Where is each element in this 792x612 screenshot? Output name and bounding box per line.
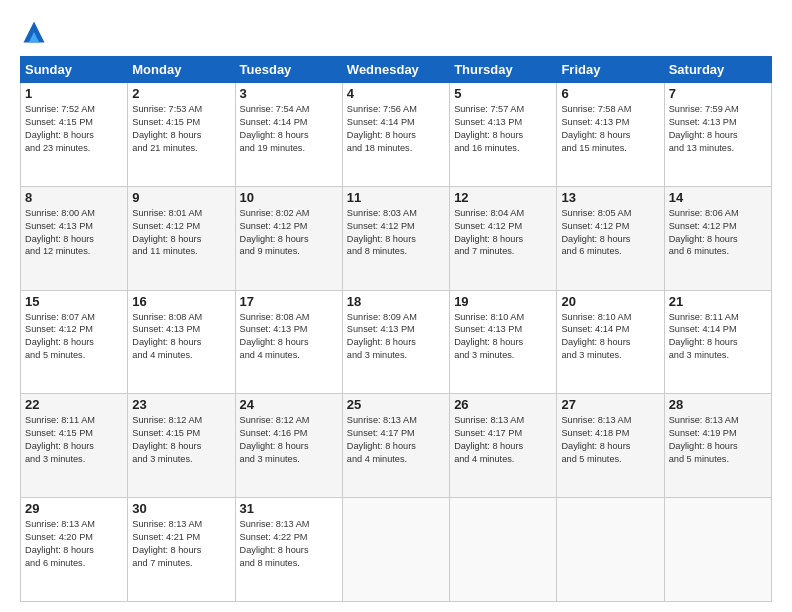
cell-info: Sunrise: 8:08 AMSunset: 4:13 PMDaylight:… — [132, 311, 230, 363]
header-row: SundayMondayTuesdayWednesdayThursdayFrid… — [21, 57, 772, 83]
day-number: 15 — [25, 294, 123, 309]
day-number: 10 — [240, 190, 338, 205]
calendar-cell: 18Sunrise: 8:09 AMSunset: 4:13 PMDayligh… — [342, 290, 449, 394]
calendar-cell: 30Sunrise: 8:13 AMSunset: 4:21 PMDayligh… — [128, 498, 235, 602]
cell-info: Sunrise: 8:13 AMSunset: 4:17 PMDaylight:… — [347, 414, 445, 466]
cell-info: Sunrise: 7:59 AMSunset: 4:13 PMDaylight:… — [669, 103, 767, 155]
cell-info: Sunrise: 8:02 AMSunset: 4:12 PMDaylight:… — [240, 207, 338, 259]
day-number: 12 — [454, 190, 552, 205]
calendar-cell: 16Sunrise: 8:08 AMSunset: 4:13 PMDayligh… — [128, 290, 235, 394]
week-row-1: 1Sunrise: 7:52 AMSunset: 4:15 PMDaylight… — [21, 83, 772, 187]
calendar-cell: 27Sunrise: 8:13 AMSunset: 4:18 PMDayligh… — [557, 394, 664, 498]
cell-info: Sunrise: 8:00 AMSunset: 4:13 PMDaylight:… — [25, 207, 123, 259]
col-header-monday: Monday — [128, 57, 235, 83]
calendar-cell: 22Sunrise: 8:11 AMSunset: 4:15 PMDayligh… — [21, 394, 128, 498]
cell-info: Sunrise: 8:13 AMSunset: 4:17 PMDaylight:… — [454, 414, 552, 466]
cell-info: Sunrise: 8:10 AMSunset: 4:14 PMDaylight:… — [561, 311, 659, 363]
calendar-cell: 25Sunrise: 8:13 AMSunset: 4:17 PMDayligh… — [342, 394, 449, 498]
day-number: 17 — [240, 294, 338, 309]
cell-info: Sunrise: 8:12 AMSunset: 4:15 PMDaylight:… — [132, 414, 230, 466]
day-number: 16 — [132, 294, 230, 309]
calendar-cell: 28Sunrise: 8:13 AMSunset: 4:19 PMDayligh… — [664, 394, 771, 498]
col-header-friday: Friday — [557, 57, 664, 83]
cell-info: Sunrise: 8:11 AMSunset: 4:15 PMDaylight:… — [25, 414, 123, 466]
calendar-cell: 1Sunrise: 7:52 AMSunset: 4:15 PMDaylight… — [21, 83, 128, 187]
cell-info: Sunrise: 8:09 AMSunset: 4:13 PMDaylight:… — [347, 311, 445, 363]
cell-info: Sunrise: 7:57 AMSunset: 4:13 PMDaylight:… — [454, 103, 552, 155]
page: SundayMondayTuesdayWednesdayThursdayFrid… — [0, 0, 792, 612]
calendar-cell — [342, 498, 449, 602]
calendar-cell: 26Sunrise: 8:13 AMSunset: 4:17 PMDayligh… — [450, 394, 557, 498]
cell-info: Sunrise: 8:08 AMSunset: 4:13 PMDaylight:… — [240, 311, 338, 363]
cell-info: Sunrise: 8:03 AMSunset: 4:12 PMDaylight:… — [347, 207, 445, 259]
calendar-cell: 2Sunrise: 7:53 AMSunset: 4:15 PMDaylight… — [128, 83, 235, 187]
day-number: 20 — [561, 294, 659, 309]
day-number: 19 — [454, 294, 552, 309]
calendar-cell: 17Sunrise: 8:08 AMSunset: 4:13 PMDayligh… — [235, 290, 342, 394]
day-number: 7 — [669, 86, 767, 101]
header — [20, 18, 772, 46]
cell-info: Sunrise: 8:06 AMSunset: 4:12 PMDaylight:… — [669, 207, 767, 259]
calendar-body: 1Sunrise: 7:52 AMSunset: 4:15 PMDaylight… — [21, 83, 772, 602]
day-number: 31 — [240, 501, 338, 516]
cell-info: Sunrise: 8:05 AMSunset: 4:12 PMDaylight:… — [561, 207, 659, 259]
calendar-cell: 4Sunrise: 7:56 AMSunset: 4:14 PMDaylight… — [342, 83, 449, 187]
day-number: 28 — [669, 397, 767, 412]
day-number: 22 — [25, 397, 123, 412]
week-row-2: 8Sunrise: 8:00 AMSunset: 4:13 PMDaylight… — [21, 186, 772, 290]
calendar-cell: 29Sunrise: 8:13 AMSunset: 4:20 PMDayligh… — [21, 498, 128, 602]
day-number: 21 — [669, 294, 767, 309]
calendar-cell: 19Sunrise: 8:10 AMSunset: 4:13 PMDayligh… — [450, 290, 557, 394]
calendar-cell — [557, 498, 664, 602]
calendar-cell — [664, 498, 771, 602]
calendar-cell: 24Sunrise: 8:12 AMSunset: 4:16 PMDayligh… — [235, 394, 342, 498]
cell-info: Sunrise: 8:01 AMSunset: 4:12 PMDaylight:… — [132, 207, 230, 259]
day-number: 9 — [132, 190, 230, 205]
col-header-sunday: Sunday — [21, 57, 128, 83]
cell-info: Sunrise: 8:04 AMSunset: 4:12 PMDaylight:… — [454, 207, 552, 259]
day-number: 6 — [561, 86, 659, 101]
calendar-cell: 21Sunrise: 8:11 AMSunset: 4:14 PMDayligh… — [664, 290, 771, 394]
calendar-cell: 15Sunrise: 8:07 AMSunset: 4:12 PMDayligh… — [21, 290, 128, 394]
day-number: 13 — [561, 190, 659, 205]
week-row-5: 29Sunrise: 8:13 AMSunset: 4:20 PMDayligh… — [21, 498, 772, 602]
day-number: 23 — [132, 397, 230, 412]
cell-info: Sunrise: 7:58 AMSunset: 4:13 PMDaylight:… — [561, 103, 659, 155]
calendar-cell: 6Sunrise: 7:58 AMSunset: 4:13 PMDaylight… — [557, 83, 664, 187]
calendar-header: SundayMondayTuesdayWednesdayThursdayFrid… — [21, 57, 772, 83]
calendar-cell: 23Sunrise: 8:12 AMSunset: 4:15 PMDayligh… — [128, 394, 235, 498]
day-number: 27 — [561, 397, 659, 412]
calendar-cell: 12Sunrise: 8:04 AMSunset: 4:12 PMDayligh… — [450, 186, 557, 290]
calendar-cell: 13Sunrise: 8:05 AMSunset: 4:12 PMDayligh… — [557, 186, 664, 290]
cell-info: Sunrise: 8:13 AMSunset: 4:20 PMDaylight:… — [25, 518, 123, 570]
day-number: 29 — [25, 501, 123, 516]
logo — [20, 18, 52, 46]
day-number: 14 — [669, 190, 767, 205]
logo-icon — [20, 18, 48, 46]
calendar-cell: 5Sunrise: 7:57 AMSunset: 4:13 PMDaylight… — [450, 83, 557, 187]
day-number: 18 — [347, 294, 445, 309]
day-number: 2 — [132, 86, 230, 101]
cell-info: Sunrise: 8:13 AMSunset: 4:22 PMDaylight:… — [240, 518, 338, 570]
col-header-tuesday: Tuesday — [235, 57, 342, 83]
day-number: 4 — [347, 86, 445, 101]
day-number: 24 — [240, 397, 338, 412]
cell-info: Sunrise: 8:13 AMSunset: 4:21 PMDaylight:… — [132, 518, 230, 570]
cell-info: Sunrise: 8:11 AMSunset: 4:14 PMDaylight:… — [669, 311, 767, 363]
calendar-cell: 7Sunrise: 7:59 AMSunset: 4:13 PMDaylight… — [664, 83, 771, 187]
cell-info: Sunrise: 7:54 AMSunset: 4:14 PMDaylight:… — [240, 103, 338, 155]
day-number: 30 — [132, 501, 230, 516]
calendar-cell: 31Sunrise: 8:13 AMSunset: 4:22 PMDayligh… — [235, 498, 342, 602]
day-number: 11 — [347, 190, 445, 205]
col-header-wednesday: Wednesday — [342, 57, 449, 83]
day-number: 25 — [347, 397, 445, 412]
calendar-cell: 9Sunrise: 8:01 AMSunset: 4:12 PMDaylight… — [128, 186, 235, 290]
day-number: 26 — [454, 397, 552, 412]
cell-info: Sunrise: 8:12 AMSunset: 4:16 PMDaylight:… — [240, 414, 338, 466]
cell-info: Sunrise: 7:53 AMSunset: 4:15 PMDaylight:… — [132, 103, 230, 155]
day-number: 1 — [25, 86, 123, 101]
cell-info: Sunrise: 8:07 AMSunset: 4:12 PMDaylight:… — [25, 311, 123, 363]
day-number: 3 — [240, 86, 338, 101]
cell-info: Sunrise: 7:52 AMSunset: 4:15 PMDaylight:… — [25, 103, 123, 155]
week-row-4: 22Sunrise: 8:11 AMSunset: 4:15 PMDayligh… — [21, 394, 772, 498]
